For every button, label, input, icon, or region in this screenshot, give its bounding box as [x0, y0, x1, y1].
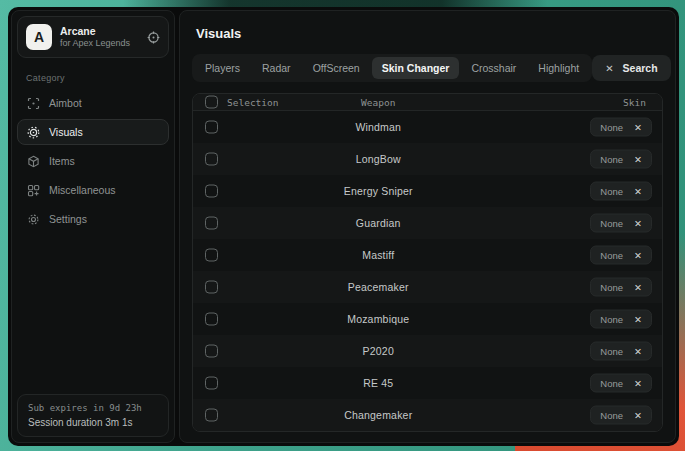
table-row: Guardian None ✕ [193, 207, 662, 239]
sidebar: A Arcane for Apex Legends Category [11, 10, 175, 443]
weapon-name: Mozambique [347, 313, 409, 325]
skin-value: None [600, 410, 623, 421]
clear-skin-icon[interactable]: ✕ [634, 122, 642, 133]
clear-skin-icon[interactable]: ✕ [634, 314, 642, 325]
skin-selector[interactable]: None ✕ [590, 246, 652, 265]
search-button-label: Search [623, 62, 658, 74]
sidebar-item-visuals[interactable]: Visuals [17, 119, 169, 145]
skin-column-header: Skin [623, 97, 646, 108]
tab-skin-changer[interactable]: Skin Changer [372, 57, 460, 79]
row-checkbox[interactable] [205, 377, 218, 390]
skin-value: None [600, 250, 623, 261]
table-row: Windman None ✕ [193, 111, 662, 143]
weapon-name: Guardian [356, 217, 401, 229]
app-window: A Arcane for Apex Legends Category [8, 7, 679, 446]
skin-value: None [600, 218, 623, 229]
sidebar-item-label: Miscellaneous [49, 184, 116, 196]
weapon-name: RE 45 [363, 377, 393, 389]
skin-selector[interactable]: None ✕ [590, 406, 652, 425]
sidebar-nav: Aimbot Visuals [17, 90, 169, 232]
table-body: Windman None ✕ LongBow None ✕ Energy Sni… [193, 111, 662, 431]
grid-icon [27, 184, 40, 197]
weapon-name: P2020 [363, 345, 394, 357]
skin-value: None [600, 154, 623, 165]
skin-selector[interactable]: None ✕ [590, 342, 652, 361]
table-row: Mozambique None ✕ [193, 303, 662, 335]
main-panel: Visuals Players Radar OffScreen Skin Cha… [179, 10, 676, 443]
table-row: Changemaker None ✕ [193, 399, 662, 431]
clear-skin-icon[interactable]: ✕ [634, 346, 642, 357]
profile-card: A Arcane for Apex Legends [17, 16, 169, 58]
selection-column-header: Selection [227, 97, 278, 108]
table-row: RE 45 None ✕ [193, 367, 662, 399]
row-checkbox[interactable] [205, 409, 218, 422]
row-checkbox[interactable] [205, 217, 218, 230]
weapon-name: Energy Sniper [344, 185, 413, 197]
search-icon: ✕ [605, 63, 613, 74]
sidebar-item-miscellaneous[interactable]: Miscellaneous [17, 177, 169, 203]
tab-highlight[interactable]: Highlight [528, 57, 589, 79]
sidebar-item-aimbot[interactable]: Aimbot [17, 90, 169, 116]
tab-radar[interactable]: Radar [252, 57, 301, 79]
row-checkbox[interactable] [205, 345, 218, 358]
skin-value: None [600, 314, 623, 325]
clear-skin-icon[interactable]: ✕ [634, 282, 642, 293]
skin-selector[interactable]: None ✕ [590, 278, 652, 297]
tab-crosshair[interactable]: Crosshair [461, 57, 526, 79]
tab-offscreen[interactable]: OffScreen [303, 57, 370, 79]
cube-icon [27, 155, 40, 168]
aperture-icon [27, 126, 40, 139]
clear-skin-icon[interactable]: ✕ [634, 410, 642, 421]
clear-skin-icon[interactable]: ✕ [634, 154, 642, 165]
gear-icon [27, 213, 40, 226]
skin-selector[interactable]: None ✕ [590, 214, 652, 233]
row-checkbox[interactable] [205, 313, 218, 326]
tab-players[interactable]: Players [195, 57, 250, 79]
row-checkbox[interactable] [205, 281, 218, 294]
clear-skin-icon[interactable]: ✕ [634, 250, 642, 261]
app-title: Arcane [60, 25, 139, 38]
skin-selector[interactable]: None ✕ [590, 182, 652, 201]
clear-skin-icon[interactable]: ✕ [634, 186, 642, 197]
row-checkbox[interactable] [205, 121, 218, 134]
table-row: Peacemaker None ✕ [193, 271, 662, 303]
skin-value: None [600, 378, 623, 389]
category-label: Category [26, 73, 163, 83]
weapon-name: LongBow [356, 153, 401, 165]
skin-selector[interactable]: None ✕ [590, 374, 652, 393]
skin-selector[interactable]: None ✕ [590, 118, 652, 137]
sidebar-item-items[interactable]: Items [17, 148, 169, 174]
app-subtitle: for Apex Legends [60, 38, 139, 49]
tab-bar: Players Radar OffScreen Skin Changer Cro… [192, 54, 592, 82]
row-checkbox[interactable] [205, 249, 218, 262]
row-checkbox[interactable] [205, 185, 218, 198]
tabs-row: Players Radar OffScreen Skin Changer Cro… [192, 54, 663, 82]
row-checkbox[interactable] [205, 153, 218, 166]
weapon-name: Mastiff [362, 249, 394, 261]
sidebar-item-label: Items [49, 155, 75, 167]
select-all-checkbox[interactable] [205, 96, 218, 109]
session-duration-text: Session duration 3m 1s [28, 417, 158, 428]
avatar: A [26, 24, 52, 50]
sidebar-item-label: Settings [49, 213, 87, 225]
page-title: Visuals [196, 26, 663, 41]
clear-skin-icon[interactable]: ✕ [634, 378, 642, 389]
skin-selector[interactable]: None ✕ [590, 150, 652, 169]
scope-icon[interactable] [147, 31, 160, 44]
weapon-name: Peacemaker [348, 281, 409, 293]
skin-value: None [600, 346, 623, 357]
sidebar-item-label: Aimbot [49, 97, 82, 109]
crosshair-icon [27, 97, 40, 110]
sidebar-item-settings[interactable]: Settings [17, 206, 169, 232]
skin-selector[interactable]: None ✕ [590, 310, 652, 329]
skin-value: None [600, 282, 623, 293]
table-row: Energy Sniper None ✕ [193, 175, 662, 207]
search-button[interactable]: ✕ Search [592, 55, 670, 81]
table-row: Mastiff None ✕ [193, 239, 662, 271]
weapon-name: Changemaker [344, 409, 412, 421]
profile-text: Arcane for Apex Legends [60, 25, 139, 49]
table-row: P2020 None ✕ [193, 335, 662, 367]
table-row: LongBow None ✕ [193, 143, 662, 175]
weapon-name: Windman [355, 121, 401, 133]
clear-skin-icon[interactable]: ✕ [634, 218, 642, 229]
